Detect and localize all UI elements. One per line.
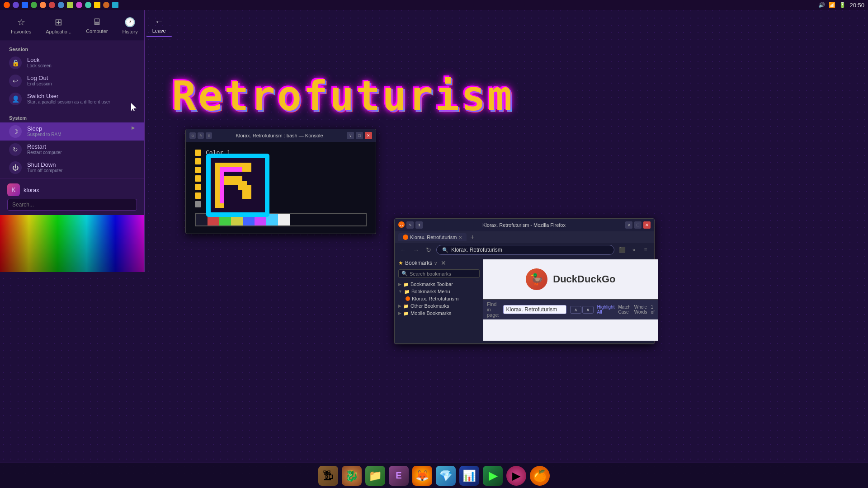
top-icon-6	[49, 2, 55, 8]
ff-find-bar: Find in page: ∧ ∨ Highlight All Match Ca…	[483, 299, 658, 319]
logout-title: Log Out	[27, 75, 52, 81]
top-icon-10	[85, 2, 91, 8]
ff-close[interactable]: ✕	[643, 221, 651, 229]
tab-computer[interactable]: 🖥 Computer	[80, 14, 114, 37]
swatch-7[interactable]	[278, 214, 290, 225]
folder-icon-1: 📁	[403, 282, 409, 287]
tab-applications-label: Applicatio...	[46, 29, 71, 34]
taskbar-mascot[interactable]: 🐉	[342, 466, 362, 486]
svg-rect-9	[220, 167, 224, 203]
ff-reload-btn[interactable]: ↻	[424, 245, 434, 255]
logout-item[interactable]: ↩ Log Out End session	[0, 72, 144, 90]
ff-btn-1[interactable]: ✎	[406, 221, 414, 229]
other-bookmarks-item[interactable]: ▶ 📁 Other Bookmarks	[398, 302, 480, 310]
ff-tab-close[interactable]: ✕	[458, 235, 462, 240]
bookmarks-toolbar-item[interactable]: ▶ 📁 Bookmarks Toolbar	[398, 281, 480, 288]
network-icon[interactable]: 📶	[829, 2, 835, 8]
klorax-bookmark-item[interactable]: Klorax. Retrofuturism	[398, 295, 480, 302]
konsole-maximize[interactable]: □	[356, 132, 363, 139]
tab-leave[interactable]: ← Leave	[146, 14, 172, 37]
files-icon: 📁	[368, 469, 382, 482]
ff-maximize[interactable]: □	[634, 221, 642, 229]
restart-subtitle: Restart computer	[27, 150, 62, 155]
ff-back-btn[interactable]: ←	[398, 245, 408, 255]
taskbar-orange[interactable]: 🍊	[530, 466, 550, 486]
klorax-icon: K	[7, 183, 20, 196]
system-header: System	[0, 113, 144, 122]
svg-rect-8	[215, 176, 238, 185]
ff-bookmarks-btn[interactable]: ⬛	[617, 245, 627, 255]
tab-applications[interactable]: ⊞ Applicatio...	[39, 14, 78, 37]
top-icon-8	[67, 2, 73, 8]
tab-history-label: History	[122, 29, 137, 34]
sleep-item[interactable]: ☽ Sleep Suspend to RAM ▶	[0, 122, 144, 141]
taskbar-top-right: 🔊 📶 🔋 20:50	[818, 2, 864, 9]
restart-item[interactable]: ↻ Restart Restart computer	[0, 141, 144, 159]
bookmarks-search-icon: 🔍	[401, 271, 408, 277]
leave-icon: ←	[155, 16, 164, 27]
ff-forward-btn[interactable]: →	[411, 245, 421, 255]
whole-words-btn[interactable]: Whole Words	[634, 305, 647, 314]
ff-menu-btn[interactable]: ≡	[641, 245, 651, 255]
ff-tab-favicon	[403, 235, 408, 240]
favorites-icon: ☆	[17, 17, 25, 28]
find-next-btn[interactable]: ∨	[582, 306, 594, 314]
ff-minimize[interactable]: ∨	[625, 221, 632, 229]
volume-icon[interactable]: 🔊	[818, 2, 825, 8]
top-icon-4	[31, 2, 37, 8]
tab-history[interactable]: 🕐 History	[116, 14, 144, 37]
konsole-close[interactable]: ✕	[365, 132, 372, 139]
taskbar-archive[interactable]: 🗜	[318, 466, 338, 486]
tab-leave-label: Leave	[152, 28, 166, 33]
expand-icon-4: ▶	[398, 311, 401, 315]
lock-text: Lock Lock screen	[27, 56, 52, 68]
ff-new-tab[interactable]: +	[468, 233, 476, 241]
ff-toolbar-right: ⬛ » ≡	[617, 245, 651, 255]
ff-sync-btn[interactable]: »	[629, 245, 639, 255]
switch-user-item[interactable]: 👤 Switch User Start a parallel session a…	[0, 90, 144, 108]
bookmarks-menu-item[interactable]: ▼ 📁 Bookmarks Menu	[398, 288, 480, 295]
highlight-all-btn[interactable]: Highlight All	[597, 305, 615, 314]
konsole-btn-2[interactable]: ✎	[198, 132, 204, 139]
color-dot-1	[195, 150, 201, 156]
konsole-btn-3[interactable]: ⬆	[206, 132, 212, 139]
bookmarks-search[interactable]: 🔍 Search bookmarks	[398, 269, 480, 278]
expand-icon-1: ▶	[398, 282, 401, 286]
bookmarks-close-btn[interactable]: ✕	[441, 259, 446, 267]
folder-icon-2: 📁	[404, 289, 410, 294]
taskbar-diamond[interactable]: 💎	[436, 466, 456, 486]
ff-tab-klorax[interactable]: Klorax. Retrofuturism ✕	[398, 233, 467, 241]
taskbar-files[interactable]: 📁	[365, 466, 385, 486]
r-pixel-logo	[206, 154, 269, 217]
taskbar-emacs[interactable]: E	[389, 466, 409, 486]
taskbar-top: 🔊 📶 🔋 20:50	[0, 0, 868, 10]
lock-item[interactable]: 🔒 Lock Lock screen	[0, 54, 144, 72]
taskbar-terminal[interactable]: ▶	[483, 466, 503, 486]
top-icon-9	[76, 2, 82, 8]
ff-tab-title: Klorax. Retrofuturism	[410, 235, 457, 240]
find-prev-btn[interactable]: ∧	[570, 306, 581, 314]
find-nav-btns: ∧ ∨	[570, 306, 594, 314]
konsole-btn-1[interactable]: ⊙	[189, 132, 196, 139]
app-section: K klorax	[0, 178, 144, 215]
taskbar-firefox[interactable]: 🦊	[412, 466, 432, 486]
search-input[interactable]	[7, 199, 137, 211]
desktop: 🔊 📶 🔋 20:50 ☆ Favorites ⊞ Applicatio... …	[0, 0, 868, 488]
match-case-btn[interactable]: Match Case	[618, 305, 630, 314]
taskbar-player[interactable]: ▶	[506, 466, 526, 486]
history-icon: 🕐	[124, 17, 136, 28]
ff-urlbar[interactable]: 🔍 Klorax. Retrofuturism	[436, 245, 614, 255]
taskbar-monitor[interactable]: 📊	[459, 466, 479, 486]
ff-btn-2[interactable]: ⬆	[415, 221, 423, 229]
mobile-bookmarks-item[interactable]: ▶ 📁 Mobile Bookmarks	[398, 310, 480, 317]
konsole-title: Klorax. Retrofuturism : bash — Konsole	[212, 133, 347, 138]
ddg-name: DuckDuckGo	[553, 273, 615, 285]
top-icon-13	[112, 2, 118, 8]
session-header: Session	[0, 45, 144, 54]
tab-favorites[interactable]: ☆ Favorites	[5, 14, 38, 37]
firefox-window[interactable]: 🦊 ✎ ⬆ Klorax. Retrofuturism - Mozilla Fi…	[394, 218, 655, 344]
ff-find-input[interactable]	[503, 305, 566, 314]
shutdown-item[interactable]: ⏻ Shut Down Turn off computer	[0, 159, 144, 177]
top-icon-5	[40, 2, 46, 8]
konsole-minimize[interactable]: ∨	[347, 132, 354, 139]
